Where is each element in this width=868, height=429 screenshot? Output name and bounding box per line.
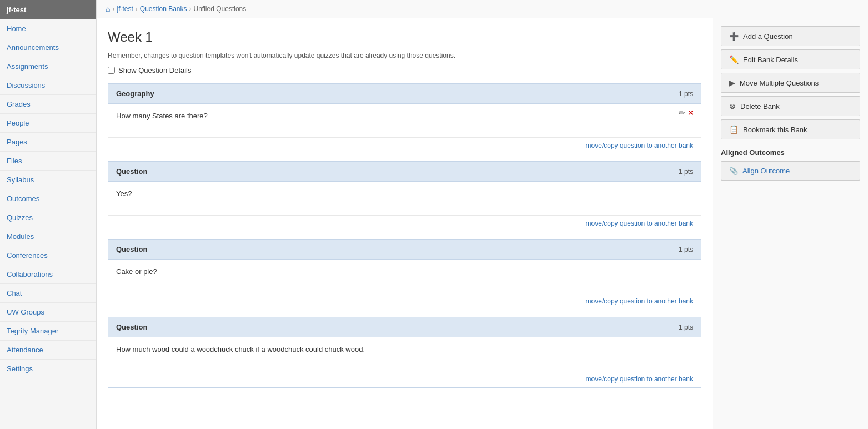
edit-bank-details-label: Edit Bank Details	[743, 56, 798, 64]
move-copy-2: move/copy question to another bank	[108, 215, 701, 232]
sidebar-item-pages[interactable]: Pages	[0, 133, 96, 152]
aligned-outcomes-title: Aligned Outcomes	[721, 148, 860, 157]
question-pts-3: 1 pts	[679, 246, 693, 253]
sidebar-nav: HomeAnnouncementsAssignmentsDiscussionsG…	[0, 19, 96, 378]
question-pts-2: 1 pts	[679, 168, 693, 176]
question-pts-1: 1 pts	[679, 90, 693, 98]
sidebar-item-conferences[interactable]: Conferences	[0, 246, 96, 265]
question-text-4: How much wood could a woodchuck chuck if…	[116, 343, 693, 353]
sidebar-item-quizzes[interactable]: Quizzes	[0, 208, 96, 227]
sidebar-item-grades[interactable]: Grades	[0, 95, 96, 114]
move-copy-link-2[interactable]: move/copy question to another bank	[586, 220, 693, 227]
sidebar-item-people[interactable]: People	[0, 114, 96, 133]
question-container-3: Question1 ptsCake or pie?move/copy quest…	[108, 239, 701, 310]
move-copy-link-4[interactable]: move/copy question to another bank	[586, 375, 693, 383]
delete-question-1[interactable]: ✕	[688, 108, 694, 117]
bookmark-bank-label: Bookmark this Bank	[743, 126, 807, 134]
delete-bank-icon: ⊗	[729, 102, 736, 111]
sidebar-item-uw-groups[interactable]: UW Groups	[0, 303, 96, 322]
bookmark-bank-icon: 📋	[729, 125, 739, 134]
align-outcome-icon: 📎	[729, 167, 738, 175]
page-title: Week 1	[108, 29, 701, 45]
move-copy-4: move/copy question to another bank	[108, 371, 701, 387]
question-title-3: Question	[116, 245, 147, 253]
sidebar-item-attendance[interactable]: Attendance	[0, 341, 96, 360]
question-body-3: Cake or pie?	[108, 260, 701, 293]
show-details-checkbox[interactable]	[108, 67, 115, 74]
question-text-2: Yes?	[116, 187, 693, 198]
breadcrumb: ⌂ › jf-test › Question Banks › Unfiled Q…	[97, 0, 868, 18]
question-title-4: Question	[116, 323, 147, 331]
question-title-1: Geography	[116, 89, 154, 98]
align-outcome-label: Align Outcome	[742, 167, 790, 175]
move-copy-link-3[interactable]: move/copy question to another bank	[586, 297, 693, 305]
delete-bank-button[interactable]: ⊗Delete Bank	[721, 96, 860, 116]
sidebar-item-syllabus[interactable]: Syllabus	[0, 171, 96, 189]
question-text-1: How many States are there?	[116, 109, 693, 120]
course-title[interactable]: jf-test	[0, 0, 96, 19]
edit-question-1[interactable]: ✏	[679, 108, 685, 117]
question-header-4: Question1 pts	[108, 317, 701, 337]
question-container-4: Question1 ptsHow much wood could a woodc…	[108, 317, 701, 388]
sidebar-item-chat[interactable]: Chat	[0, 284, 96, 303]
sidebar-item-outcomes[interactable]: Outcomes	[0, 189, 96, 208]
sidebar-item-modules[interactable]: Modules	[0, 227, 96, 246]
add-question-label: Add a Question	[743, 32, 793, 41]
sidebar-item-home[interactable]: Home	[0, 19, 96, 38]
right-sidebar: ➕Add a Question✏️Edit Bank Details▶Move …	[713, 18, 868, 429]
question-title-2: Question	[116, 167, 147, 176]
sidebar-item-collaborations[interactable]: Collaborations	[0, 265, 96, 284]
show-details-label[interactable]: Show Question Details	[118, 66, 192, 74]
question-body-1: ✏✕How many States are there?	[108, 104, 701, 137]
question-container-2: Question1 ptsYes?move/copy question to a…	[108, 161, 701, 232]
sidebar-item-assignments[interactable]: Assignments	[0, 57, 96, 76]
question-body-4: How much wood could a woodchuck chuck if…	[108, 337, 701, 371]
questions-list: Geography1 pts✏✕How many States are ther…	[108, 83, 701, 388]
question-header-2: Question1 pts	[108, 162, 701, 182]
info-message: Remember, changes to question templates …	[108, 52, 701, 59]
move-multiple-questions-icon: ▶	[729, 78, 735, 87]
delete-bank-label: Delete Bank	[740, 102, 780, 111]
question-container-1: Geography1 pts✏✕How many States are ther…	[108, 83, 701, 154]
sidebar-item-discussions[interactable]: Discussions	[0, 76, 96, 95]
breadcrumb-sep-3: ›	[189, 5, 192, 13]
breadcrumb-course[interactable]: jf-test	[117, 5, 133, 13]
sidebar: jf-test HomeAnnouncementsAssignmentsDisc…	[0, 0, 97, 429]
question-icons-1: ✏✕	[679, 108, 694, 117]
breadcrumb-current: Unfiled Questions	[194, 5, 247, 13]
align-outcome-button[interactable]: 📎 Align Outcome	[721, 161, 860, 181]
content-wrapper: Week 1 Remember, changes to question tem…	[97, 18, 868, 429]
question-header-3: Question1 pts	[108, 240, 701, 260]
add-question-button[interactable]: ➕Add a Question	[721, 26, 860, 46]
sidebar-item-settings[interactable]: Settings	[0, 360, 96, 378]
question-body-2: Yes?	[108, 182, 701, 215]
move-multiple-questions-label: Move Multiple Questions	[740, 79, 819, 87]
move-copy-1: move/copy question to another bank	[108, 137, 701, 154]
move-copy-3: move/copy question to another bank	[108, 293, 701, 310]
breadcrumb-sep-1: ›	[112, 5, 114, 13]
question-header-1: Geography1 pts	[108, 84, 701, 104]
question-text-3: Cake or pie?	[116, 265, 693, 276]
move-multiple-questions-button[interactable]: ▶Move Multiple Questions	[721, 73, 860, 93]
sidebar-item-files[interactable]: Files	[0, 152, 96, 171]
edit-bank-details-icon: ✏️	[729, 55, 739, 64]
question-pts-4: 1 pts	[679, 323, 693, 331]
main-area: ⌂ › jf-test › Question Banks › Unfiled Q…	[97, 0, 868, 429]
show-details-row: Show Question Details	[108, 66, 701, 74]
move-copy-link-1[interactable]: move/copy question to another bank	[586, 142, 693, 149]
breadcrumb-sep-2: ›	[136, 5, 138, 13]
breadcrumb-section[interactable]: Question Banks	[140, 5, 187, 13]
right-buttons: ➕Add a Question✏️Edit Bank Details▶Move …	[721, 26, 860, 139]
sidebar-item-tegrity-manager[interactable]: Tegrity Manager	[0, 322, 96, 341]
sidebar-item-announcements[interactable]: Announcements	[0, 38, 96, 57]
home-icon[interactable]: ⌂	[106, 4, 110, 13]
content: Week 1 Remember, changes to question tem…	[97, 18, 713, 429]
bookmark-bank-button[interactable]: 📋Bookmark this Bank	[721, 119, 860, 139]
edit-bank-details-button[interactable]: ✏️Edit Bank Details	[721, 49, 860, 69]
add-question-icon: ➕	[729, 32, 739, 41]
